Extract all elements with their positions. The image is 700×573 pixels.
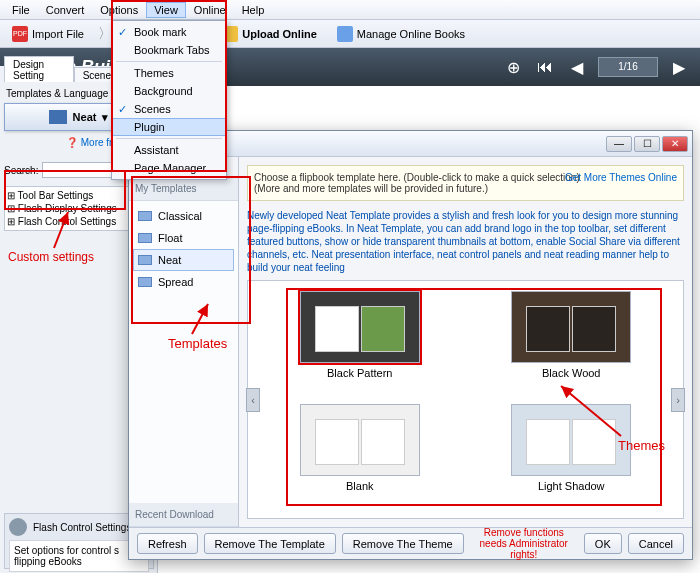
pdf-icon: PDF: [12, 26, 28, 42]
dialog-footer: Refresh Remove The Template Remove The T…: [129, 527, 692, 559]
theme-light-shadow[interactable]: Light Shadow: [466, 400, 678, 513]
page-indicator[interactable]: 1/16: [598, 57, 658, 77]
book-icon: [49, 110, 67, 124]
menu-online[interactable]: Online: [186, 2, 234, 18]
theme-label: Blank: [346, 480, 374, 492]
first-page-button[interactable]: ⏮: [534, 58, 556, 76]
themes-prev-button[interactable]: ‹: [246, 388, 260, 412]
upload-online-label: Upload Online: [242, 28, 317, 40]
remove-template-button[interactable]: Remove The Template: [204, 533, 336, 554]
section-recent-download[interactable]: Recent Download: [129, 503, 238, 527]
template-spread[interactable]: Spread: [133, 271, 234, 293]
theme-label: Black Pattern: [327, 367, 392, 379]
annotation-themes-label: Themes: [618, 438, 665, 453]
section-my-templates[interactable]: My Templates: [129, 177, 238, 201]
menu-view[interactable]: View: [146, 2, 186, 18]
minimize-button[interactable]: —: [606, 136, 632, 152]
menu-item-bookmark[interactable]: Book mark: [112, 23, 226, 41]
template-classical[interactable]: Classical: [133, 205, 234, 227]
search-label: Search:: [4, 165, 38, 176]
remove-theme-button[interactable]: Remove The Theme: [342, 533, 464, 554]
theme-label: Light Shadow: [538, 480, 605, 492]
admin-note: Remove functions needs Administrator rig…: [470, 527, 578, 560]
manage-label: Manage Online Books: [357, 28, 465, 40]
menu-convert[interactable]: Convert: [38, 2, 93, 18]
menu-help[interactable]: Help: [234, 2, 273, 18]
menu-options[interactable]: Options: [92, 2, 146, 18]
annotation-custom-settings: Custom settings: [8, 250, 94, 264]
main-toolbar: PDF Import File 〉 x ublish 〉 Upload Onli…: [0, 20, 700, 48]
books-icon: [337, 26, 353, 42]
chevron-down-icon: ▾: [102, 111, 108, 124]
menu-item-plugin[interactable]: Plugin: [112, 118, 226, 136]
gear-icon: [9, 518, 27, 536]
theme-blank[interactable]: Blank: [254, 400, 466, 513]
close-button[interactable]: ✕: [662, 136, 688, 152]
import-file-label: Import File: [32, 28, 84, 40]
template-icon: [138, 277, 152, 287]
template-neat[interactable]: Neat: [133, 249, 234, 271]
template-float[interactable]: Float: [133, 227, 234, 249]
cancel-button[interactable]: Cancel: [628, 533, 684, 554]
manage-online-books-button[interactable]: Manage Online Books: [331, 24, 471, 44]
template-name: Neat: [73, 111, 97, 123]
menu-item-page-manager[interactable]: Page Manager: [112, 159, 226, 177]
theme-grid: ‹ › Black Pattern Black Wood Blank Light…: [247, 280, 684, 519]
template-description: Newly developed Neat Template provides a…: [247, 209, 684, 274]
upload-online-button[interactable]: Upload Online: [216, 24, 323, 44]
refresh-button[interactable]: Refresh: [137, 533, 198, 554]
maximize-button[interactable]: ☐: [634, 136, 660, 152]
menu-item-background[interactable]: Background: [112, 82, 226, 100]
zoom-in-button[interactable]: ⊕: [502, 58, 524, 77]
tab-design-setting[interactable]: Design Setting: [4, 56, 74, 83]
get-more-themes-link[interactable]: Get More Themes Online: [565, 172, 677, 183]
theme-black-pattern[interactable]: Black Pattern: [254, 287, 466, 400]
menu-bar: File Convert Options View Online Help: [0, 0, 700, 20]
ok-button[interactable]: OK: [584, 533, 622, 554]
themes-next-button[interactable]: ›: [671, 388, 685, 412]
info-box: Choose a flipbook template here. (Double…: [247, 165, 684, 201]
view-menu-dropdown: Book mark Bookmark Tabs Themes Backgroun…: [111, 20, 227, 180]
menu-file[interactable]: File: [4, 2, 38, 18]
prev-page-button[interactable]: ◀: [566, 58, 588, 77]
template-icon: [138, 255, 152, 265]
theme-black-wood[interactable]: Black Wood: [466, 287, 678, 400]
next-page-button[interactable]: ▶: [668, 58, 690, 77]
template-icon: [138, 211, 152, 221]
menu-item-assistant[interactable]: Assistant: [112, 141, 226, 159]
menu-item-themes[interactable]: Themes: [112, 64, 226, 82]
menu-item-scenes[interactable]: Scenes: [112, 100, 226, 118]
annotation-templates-label: Templates: [168, 336, 227, 351]
separator-icon: 〉: [98, 25, 112, 43]
menu-item-bookmark-tabs[interactable]: Bookmark Tabs: [112, 41, 226, 59]
import-file-button[interactable]: PDF Import File: [6, 24, 90, 44]
settings-title: Flash Control Settings: [33, 522, 131, 533]
template-icon: [138, 233, 152, 243]
theme-label: Black Wood: [542, 367, 601, 379]
